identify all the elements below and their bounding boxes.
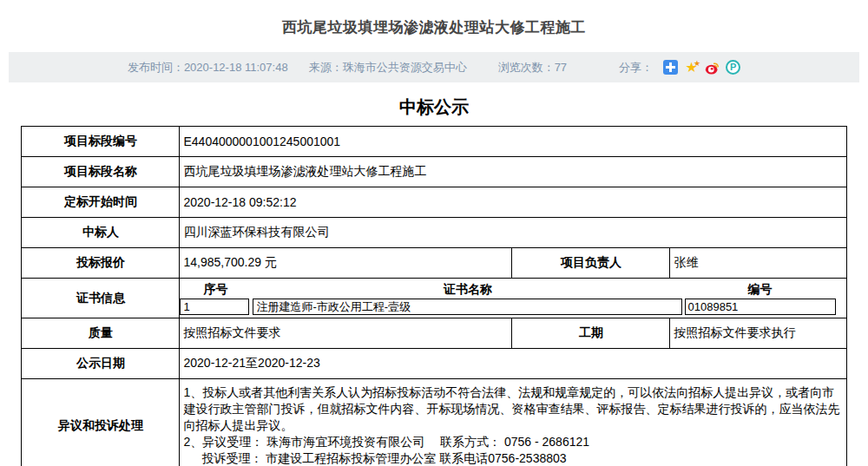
table-row: 中标人 四川深蓝环保科技有限公司 — [22, 218, 846, 248]
winner-label: 中标人 — [22, 218, 180, 248]
certificate-name-value: 注册建造师-市政公用工程-壹级 — [253, 299, 681, 315]
announcement-heading: 中标公示 — [0, 95, 868, 119]
publicity-date-value: 2020-12-21至2020-12-23 — [180, 349, 846, 379]
certificate-code-header: 编号 — [685, 282, 836, 298]
bid-result-table: 项目标段编号 E4404000001001245001001 项目标段名称 西坑… — [21, 126, 846, 466]
project-code-value: E4404000001001245001001 — [180, 127, 846, 157]
quality-value: 按照招标文件要求 — [180, 318, 512, 349]
project-name-value: 西坑尾垃圾填埋场渗滤液处理站大修工程施工 — [180, 157, 846, 187]
certificate-cell: 序号 证书名称 编号 1 注册建造师-市政公用工程-壹级 01089851 — [180, 279, 846, 318]
view-count-label: 浏览次数： — [498, 61, 555, 74]
certificate-header-row: 序号 证书名称 编号 — [180, 280, 845, 299]
share-icons: ★★ P — [663, 60, 740, 75]
table-row: 异议和投诉处理 1、投标人或者其他利害关系人认为招标投标活动不符合法律、法规和规… — [22, 379, 846, 466]
certificate-code-value: 01089851 — [685, 299, 836, 315]
objection-paragraph-1: 1、投标人或者其他利害关系人认为招标投标活动不符合法律、法规和规章规定的，可以依… — [183, 384, 841, 434]
pengyou-share-icon[interactable]: P — [726, 60, 740, 75]
quality-label: 质量 — [22, 318, 180, 349]
objection-label: 异议和投诉处理 — [22, 379, 180, 466]
table-row: 公示日期 2020-12-21至2020-12-23 — [22, 349, 846, 379]
table-row: 定标开始时间 2020-12-18 09:52:12 — [22, 187, 846, 218]
source-label: 来源： — [309, 61, 343, 74]
table-row: 项目标段编号 E4404000001001245001001 — [22, 127, 846, 157]
page-title: 西坑尾垃圾填埋场渗滤液处理站大修工程施工 — [0, 0, 868, 37]
weibo-share-icon[interactable] — [705, 60, 720, 75]
share-label: 分享： — [619, 60, 653, 75]
publish-time-value: 2020-12-18 11:07:48 — [184, 61, 288, 74]
decision-start-value: 2020-12-18 09:52:12 — [180, 187, 846, 218]
publicity-date-label: 公示日期 — [22, 349, 180, 379]
duration-value: 按照招标文件要求执行 — [670, 318, 846, 349]
table-row: 质量 按照招标文件要求 工期 按照招标文件要求执行 — [22, 318, 846, 349]
certificate-data-row: 1 注册建造师-市政公用工程-壹级 01089851 — [180, 299, 845, 315]
publish-time-label: 发布时间： — [128, 61, 184, 74]
manager-value: 张维 — [670, 248, 846, 279]
bid-price-label: 投标报价 — [22, 248, 180, 279]
share-more-icon[interactable] — [663, 60, 678, 75]
table-row: 投标报价 14,985,700.29 元 项目负责人 张维 — [22, 248, 846, 279]
decision-start-label: 定标开始时间 — [22, 187, 180, 218]
source-value: 珠海市公共资源交易中心 — [343, 61, 467, 74]
objection-cell: 1、投标人或者其他利害关系人认为招标投标活动不符合法律、法规和规章规定的，可以依… — [180, 379, 846, 466]
view-count-value: 77 — [555, 61, 567, 74]
meta-bar: 发布时间：2020-12-18 11:07:48 来源：珠海市公共资源交易中心 … — [9, 52, 859, 82]
manager-label: 项目负责人 — [512, 248, 670, 279]
certificate-name-header: 证书名称 — [251, 282, 684, 298]
view-count: 浏览次数：77 — [498, 60, 567, 75]
certificate-no-value: 1 — [180, 299, 249, 315]
table-row: 项目标段名称 西坑尾垃圾填埋场渗滤液处理站大修工程施工 — [22, 157, 846, 187]
publish-time: 发布时间：2020-12-18 11:07:48 — [128, 60, 288, 75]
table-row: 证书信息 序号 证书名称 编号 1 注册建造师-市政公用工程-壹级 010898… — [22, 279, 846, 318]
project-code-label: 项目标段编号 — [22, 127, 180, 157]
project-name-label: 项目标段名称 — [22, 157, 180, 187]
objection-line-3: 投诉受理： 市建设工程招标投标管理办公室 联系电话0756-2538803 — [183, 450, 841, 466]
qzone-share-icon[interactable]: ★★ — [684, 60, 699, 75]
bid-price-value: 14,985,700.29 元 — [180, 248, 512, 279]
duration-label: 工期 — [512, 318, 670, 349]
objection-line-2: 2、异议受理： 珠海市海宜环境投资有限公司 联系方式： 0756 - 26861… — [183, 434, 841, 450]
winner-value: 四川深蓝环保科技有限公司 — [180, 218, 846, 248]
certificate-no-header: 序号 — [180, 282, 251, 298]
certificate-label: 证书信息 — [22, 279, 180, 318]
source: 来源：珠海市公共资源交易中心 — [309, 60, 467, 75]
